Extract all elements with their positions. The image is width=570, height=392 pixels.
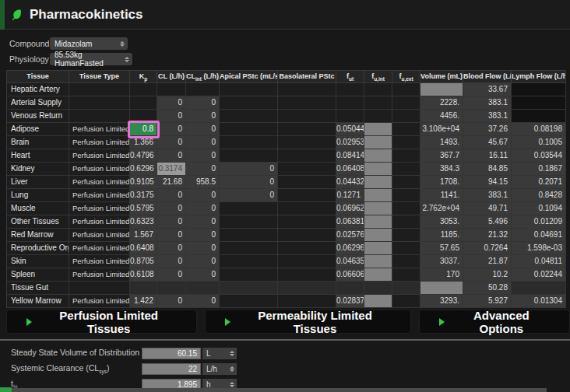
- cell-blood-flow[interactable]: 21.87: [463, 255, 512, 268]
- cell-clint[interactable]: 0: [186, 163, 220, 176]
- cell-fut[interactable]: 0.04432: [336, 176, 364, 189]
- cell-kp[interactable]: 0.6323: [130, 215, 157, 229]
- cell-fuint[interactable]: [364, 202, 392, 215]
- tissue-type-dropdown[interactable]: Perfusion Limited: [69, 215, 130, 229]
- cell-volume[interactable]: 2.762e+04: [420, 202, 463, 215]
- cell-cl[interactable]: 0: [157, 229, 186, 242]
- cell-blood-flow[interactable]: 5.496: [463, 215, 512, 229]
- cell-blood-flow[interactable]: 49.71: [463, 202, 512, 215]
- cell-clint[interactable]: 0: [186, 242, 220, 255]
- section-button-advanced-options[interactable]: Advanced Options: [419, 310, 570, 334]
- tissue-type-dropdown[interactable]: Perfusion Limited: [69, 176, 130, 189]
- cell-cl[interactable]: 0: [157, 295, 186, 308]
- cell-fut[interactable]: 0.06962: [336, 202, 364, 215]
- cell-fut[interactable]: 0.06296: [336, 242, 364, 255]
- cell-kp[interactable]: 0.8: [130, 123, 157, 136]
- cell-blood-flow[interactable]: 33.67: [463, 83, 512, 96]
- cell-fut[interactable]: 0.06606: [336, 268, 364, 282]
- cell-fuint[interactable]: [364, 149, 392, 163]
- cell-clint[interactable]: 0: [186, 215, 220, 229]
- cell-fut[interactable]: 0.08414: [336, 149, 364, 163]
- cell-clint[interactable]: 0: [186, 202, 220, 215]
- cell-fuint[interactable]: [364, 268, 392, 282]
- cell-lymph-flow[interactable]: 0.8428: [512, 189, 566, 202]
- cell-blood-flow[interactable]: 50.28: [463, 282, 512, 295]
- cell-fuint[interactable]: [364, 242, 392, 255]
- tissue-type-dropdown[interactable]: Perfusion Limited: [69, 295, 130, 308]
- cell-lymph-flow[interactable]: 0.01304: [512, 295, 566, 308]
- cell-cl[interactable]: 0: [157, 110, 186, 123]
- cell-blood-flow[interactable]: 37.26: [463, 123, 512, 136]
- cell-volume[interactable]: 3293.: [420, 295, 463, 308]
- cell-apical-pstc[interactable]: 0: [220, 189, 278, 202]
- tissue-type-dropdown[interactable]: Perfusion Limited: [69, 242, 130, 255]
- cell-kp[interactable]: 0.8705: [130, 255, 157, 268]
- cell-kp[interactable]: 0.6296: [130, 163, 157, 176]
- cell-volume[interactable]: 170: [420, 268, 463, 282]
- cell-cl[interactable]: 0.3174: [157, 163, 186, 176]
- cell-blood-flow[interactable]: 45.67: [463, 136, 512, 149]
- cell-volume[interactable]: 1141.: [420, 189, 463, 202]
- cell-cl[interactable]: 0: [157, 215, 186, 229]
- cell-lymph-flow[interactable]: 0.04811: [512, 255, 566, 268]
- cell-blood-flow[interactable]: 10.2: [463, 268, 512, 282]
- cell-fuint[interactable]: [364, 123, 392, 136]
- tissue-type-dropdown[interactable]: Perfusion Limited: [69, 268, 130, 282]
- cell-blood-flow[interactable]: 383.1: [463, 96, 512, 110]
- cell-volume[interactable]: [420, 83, 463, 96]
- cell-cl[interactable]: 0: [157, 189, 186, 202]
- cell-blood-flow[interactable]: 94.15: [463, 176, 512, 189]
- cell-kp[interactable]: 0.4796: [130, 149, 157, 163]
- cell-fuint[interactable]: [364, 215, 392, 229]
- cell-fut[interactable]: 0.02576: [336, 229, 364, 242]
- clsys-unit-dropdown[interactable]: L/h: [202, 363, 237, 375]
- cell-fut[interactable]: 0.02953: [336, 136, 364, 149]
- cell-fut[interactable]: 0.06408: [336, 163, 364, 176]
- cell-clint[interactable]: 0: [186, 255, 220, 268]
- cell-lymph-flow[interactable]: 0.2071: [512, 176, 566, 189]
- cell-lymph-flow[interactable]: 0.08198: [512, 123, 566, 136]
- cell-kp[interactable]: 0.6408: [130, 242, 157, 255]
- vss-input[interactable]: 60.15: [142, 348, 201, 359]
- cell-fuint[interactable]: [364, 255, 392, 268]
- cell-clint[interactable]: 0: [186, 189, 220, 202]
- cell-blood-flow[interactable]: 5.927: [463, 295, 512, 308]
- vss-unit-dropdown[interactable]: L: [202, 348, 237, 359]
- tissue-type-dropdown[interactable]: Perfusion Limited: [69, 136, 130, 149]
- cell-fuint[interactable]: [364, 189, 392, 202]
- cell-fut[interactable]: 0.05044: [336, 123, 364, 136]
- cell-fuint[interactable]: [364, 176, 392, 189]
- cell-kp[interactable]: 1.567: [130, 229, 157, 242]
- cell-lymph-flow[interactable]: 0.1005: [512, 136, 566, 149]
- cell-blood-flow[interactable]: 16.11: [463, 149, 512, 163]
- tissue-type-dropdown[interactable]: Perfusion Limited: [69, 229, 130, 242]
- cell-clint[interactable]: 0: [186, 268, 220, 282]
- cell-volume[interactable]: [420, 282, 463, 295]
- cell-apical-pstc[interactable]: 0: [220, 163, 278, 176]
- cell-volume[interactable]: 384.3: [420, 163, 463, 176]
- cell-clint[interactable]: 0: [186, 229, 220, 242]
- cell-fuint[interactable]: [364, 295, 392, 308]
- cell-volume[interactable]: 57.65: [420, 242, 463, 255]
- tissue-type-dropdown[interactable]: Perfusion Limited: [69, 255, 130, 268]
- cell-fut[interactable]: 0.06381: [336, 215, 364, 229]
- cell-volume[interactable]: 367.7: [420, 149, 463, 163]
- cell-fuint[interactable]: [364, 136, 392, 149]
- cell-blood-flow[interactable]: 84.85: [463, 163, 512, 176]
- cell-volume[interactable]: 1185.: [420, 229, 463, 242]
- cell-lymph-flow[interactable]: 0.04691: [512, 229, 566, 242]
- compound-dropdown[interactable]: Midazolam: [50, 37, 128, 50]
- tissue-type-dropdown[interactable]: Perfusion Limited: [69, 163, 130, 176]
- tissue-type-dropdown[interactable]: Perfusion Limited: [69, 189, 130, 202]
- cell-kp[interactable]: 0.9105: [130, 176, 157, 189]
- cell-cl[interactable]: 0: [157, 268, 186, 282]
- tissue-type-dropdown[interactable]: Perfusion Limited: [69, 202, 130, 215]
- cell-lymph-flow[interactable]: 0.03544: [512, 149, 566, 163]
- tissue-type-dropdown[interactable]: Perfusion Limited: [69, 149, 130, 163]
- cell-lymph-flow[interactable]: 0.1094: [512, 202, 566, 215]
- cell-cl[interactable]: 0: [157, 202, 186, 215]
- cell-volume[interactable]: 3.108e+04: [420, 123, 463, 136]
- cell-clint[interactable]: 0: [186, 136, 220, 149]
- cell-volume[interactable]: 1708.: [420, 176, 463, 189]
- tissue-type-dropdown[interactable]: Perfusion Limited: [69, 123, 130, 136]
